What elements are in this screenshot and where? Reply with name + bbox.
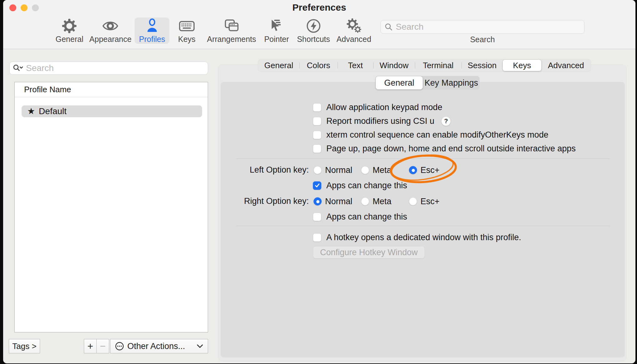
checkbox-row: Allow application keypad mode: [313, 102, 442, 113]
other-actions-button[interactable]: Other Actions...: [110, 339, 208, 353]
tags-button[interactable]: Tags >: [9, 339, 40, 353]
radio-left-normal[interactable]: Normal: [313, 165, 352, 175]
tab-text[interactable]: Text: [338, 59, 373, 71]
toolbar-label: Keys: [178, 35, 196, 44]
subtab-general[interactable]: General: [376, 76, 423, 89]
checkbox-row: xterm control sequence can enable modify…: [313, 129, 548, 140]
tab-general[interactable]: General: [258, 59, 299, 71]
gears-icon: [346, 18, 362, 34]
toolbar-label: General: [56, 35, 84, 44]
checkbox-label: xterm control sequence can enable modify…: [326, 130, 548, 140]
checkbox-row: Apps can change this: [313, 211, 407, 222]
preferences-window: Preferences Ge: [3, 0, 635, 363]
checkbox-row: Report modifiers using CSI u ?: [313, 116, 451, 126]
checkbox-row: A hotkey opens a dedicated window with t…: [313, 232, 521, 243]
checkbox-scroll-outside-apps[interactable]: [313, 144, 321, 153]
radio-left-esc[interactable]: Esc+: [409, 165, 440, 175]
radio-icon[interactable]: [361, 166, 369, 174]
radio-icon[interactable]: [409, 166, 417, 174]
person-icon: [144, 18, 160, 34]
tab-advanced[interactable]: Advanced: [541, 59, 591, 71]
toolbar-label: Profiles: [139, 35, 165, 44]
radio-left-meta[interactable]: Meta: [361, 165, 391, 175]
toolbar-item-profiles[interactable]: Profiles: [135, 18, 169, 44]
cursor-icon: [268, 18, 285, 34]
search-scope-icon[interactable]: [13, 64, 23, 72]
toolbar: Preferences Ge: [3, 0, 635, 49]
checkbox-right-apps-can-change[interactable]: [313, 213, 321, 221]
keyboard-icon: [179, 18, 195, 34]
configure-hotkey-window-button: Configure Hotkey Window: [313, 246, 425, 259]
checkbox-csi-u[interactable]: [313, 117, 321, 125]
toolbar-item-appearance[interactable]: Appearance: [85, 18, 136, 44]
tab-colors[interactable]: Colors: [299, 59, 338, 71]
toolbar-label: Pointer: [264, 35, 289, 44]
checkbox-label: Allow application keypad mode: [326, 103, 442, 112]
keys-subtabbar: General Key Mappings: [375, 76, 480, 90]
profile-search-field[interactable]: [9, 62, 208, 75]
help-button[interactable]: ?: [441, 116, 451, 126]
other-actions-label: Other Actions...: [127, 341, 185, 351]
checkbox-keypad-mode[interactable]: [313, 103, 321, 112]
toolbar-search-field[interactable]: [380, 20, 584, 34]
chevron-down-icon: [196, 344, 203, 348]
radio-right-meta[interactable]: Meta: [361, 196, 391, 207]
profile-row-default[interactable]: ★ Default: [22, 105, 202, 117]
windows-icon: [223, 18, 240, 34]
tab-session[interactable]: Session: [461, 59, 503, 71]
toolbar-item-general[interactable]: General: [51, 18, 88, 44]
profile-search-input[interactable]: [26, 63, 205, 73]
profile-list-header: Profile Name: [15, 82, 208, 97]
checkbox-row: Page up, page down, home and end scroll …: [313, 143, 576, 154]
radio-right-normal[interactable]: Normal: [313, 196, 352, 207]
ellipsis-circle-icon: [115, 341, 124, 351]
profile-name: Default: [39, 106, 67, 116]
radio-icon[interactable]: [409, 197, 417, 205]
toolbar-label: Advanced: [336, 35, 371, 44]
toolbar-search-input[interactable]: [396, 22, 580, 32]
toolbar-label: Arrangements: [207, 35, 256, 44]
window-title: Preferences: [3, 2, 635, 13]
checkbox-label: A hotkey opens a dedicated window with t…: [326, 233, 521, 242]
checkbox-left-apps-can-change[interactable]: [313, 181, 321, 190]
toolbar-label: Appearance: [89, 35, 132, 44]
toolbar-item-shortcuts[interactable]: Shortcuts: [293, 18, 334, 44]
section-divider: [236, 226, 610, 226]
add-remove-segment: + −: [84, 339, 109, 353]
tab-window[interactable]: Window: [373, 59, 415, 71]
section-divider: [236, 159, 610, 159]
tab-keys[interactable]: Keys: [503, 60, 541, 71]
lightning-icon: [305, 18, 322, 34]
radio-icon[interactable]: [313, 197, 322, 205]
gear-icon: [61, 18, 78, 34]
toolbar-item-keys[interactable]: Keys: [174, 18, 200, 44]
subtab-key-mappings[interactable]: Key Mappings: [423, 76, 480, 90]
toolbar-item-pointer[interactable]: Pointer: [260, 18, 293, 44]
add-profile-button[interactable]: +: [84, 339, 97, 353]
checkbox-hotkey-window[interactable]: [313, 233, 321, 242]
profile-list: Profile Name ★ Default: [14, 82, 208, 332]
radio-icon[interactable]: [361, 197, 369, 205]
tab-terminal[interactable]: Terminal: [415, 59, 461, 71]
radio-right-esc[interactable]: Esc+: [409, 196, 440, 207]
checkbox-label: Apps can change this: [326, 212, 407, 222]
toolbar-item-advanced[interactable]: Advanced: [332, 18, 375, 44]
remove-profile-button: −: [97, 339, 109, 353]
toolbar-item-arrangements[interactable]: Arrangements: [202, 18, 260, 44]
checkbox-modify-other-keys[interactable]: [313, 131, 321, 139]
right-option-key-label: Right Option key:: [209, 196, 309, 206]
checkbox-row: Apps can change this: [313, 180, 407, 191]
toolbar-label: Shortcuts: [297, 35, 330, 44]
checkbox-label: Apps can change this: [326, 181, 407, 190]
radio-icon[interactable]: [313, 166, 322, 174]
star-icon: ★: [27, 107, 35, 116]
toolbar-search-label: Search: [380, 35, 584, 44]
checkbox-label: Report modifiers using CSI u: [326, 116, 434, 126]
left-option-key-label: Left Option key:: [209, 165, 309, 175]
eye-icon: [102, 18, 119, 34]
profile-tabbar: General Colors Text Window Terminal Sess…: [258, 59, 591, 71]
checkbox-label: Page up, page down, home and end scroll …: [326, 144, 576, 154]
search-icon: [385, 23, 393, 31]
